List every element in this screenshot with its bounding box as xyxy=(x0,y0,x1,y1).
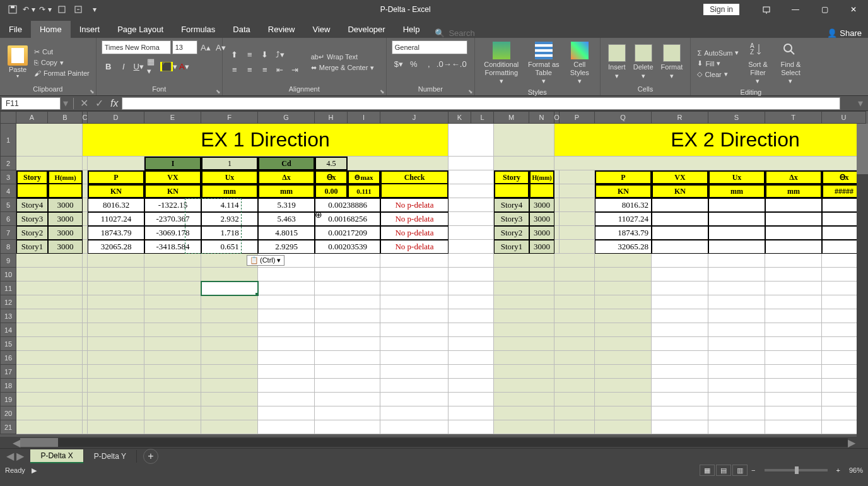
page-break-view-icon[interactable]: ▥ xyxy=(732,465,748,476)
cell[interactable] xyxy=(554,365,595,379)
col-header-T[interactable]: T xyxy=(765,111,822,124)
cell[interactable] xyxy=(554,393,595,406)
cell[interactable]: 0.00238886 xyxy=(315,198,380,212)
cell[interactable] xyxy=(449,393,494,406)
cell[interactable] xyxy=(449,295,494,309)
cell[interactable] xyxy=(380,309,449,323)
cell[interactable] xyxy=(315,268,380,282)
cell[interactable] xyxy=(554,184,560,198)
cell[interactable]: 4.114 xyxy=(201,198,258,212)
cell[interactable]: 1.718 xyxy=(201,226,258,240)
merge-center-button[interactable]: ⬌Merge & Center ▾ xyxy=(310,63,376,73)
tab-insert[interactable]: Insert xyxy=(71,21,109,38)
number-launcher-icon[interactable]: ⬊ xyxy=(468,88,473,95)
normal-view-icon[interactable]: ▦ xyxy=(700,465,715,476)
cell[interactable] xyxy=(201,268,258,282)
row-header-15[interactable]: 15 xyxy=(0,337,16,351)
cell[interactable] xyxy=(494,157,554,170)
cell[interactable] xyxy=(144,351,201,365)
cell[interactable] xyxy=(595,406,652,420)
cell[interactable] xyxy=(595,420,652,434)
cell[interactable] xyxy=(652,240,708,254)
col-header-L[interactable]: L xyxy=(471,111,494,124)
cell[interactable] xyxy=(554,198,560,212)
cell[interactable]: Story xyxy=(16,170,48,184)
cancel-formula-icon[interactable]: ✕ xyxy=(76,97,91,110)
cell[interactable] xyxy=(380,420,449,434)
comma-icon[interactable]: , xyxy=(422,57,436,71)
tab-help[interactable]: Help xyxy=(394,21,429,38)
enter-formula-icon[interactable]: ✓ xyxy=(91,97,107,110)
qat-btn-1[interactable] xyxy=(54,2,69,17)
cell[interactable]: 3000 xyxy=(529,226,554,240)
cell[interactable] xyxy=(449,337,494,351)
cell[interactable] xyxy=(708,212,765,226)
cell[interactable] xyxy=(765,282,822,295)
cell[interactable] xyxy=(83,351,88,365)
cell[interactable] xyxy=(88,282,144,295)
clear-button[interactable]: ◇Clear ▾ xyxy=(696,69,740,79)
tab-data[interactable]: Data xyxy=(224,21,259,38)
cell[interactable]: 11027.24 xyxy=(595,212,652,226)
cell[interactable] xyxy=(144,295,201,309)
cell[interactable] xyxy=(765,393,822,406)
cell[interactable] xyxy=(380,184,449,198)
cell[interactable] xyxy=(449,379,494,393)
cell-styles-button[interactable]: Cell Styles▾ xyxy=(565,40,595,87)
cell[interactable]: 0.00168256 xyxy=(315,212,380,226)
cell[interactable] xyxy=(83,282,88,295)
sheet-tab-pdelta-x[interactable]: P-Delta X xyxy=(30,449,83,463)
cell[interactable] xyxy=(201,406,258,420)
cell[interactable]: 2.9295 xyxy=(258,240,315,254)
font-color-button[interactable]: A▾ xyxy=(177,59,191,73)
row-header-3[interactable]: 3 xyxy=(0,170,16,184)
cell[interactable] xyxy=(595,379,652,393)
cell[interactable] xyxy=(560,170,595,184)
cell[interactable]: 3000 xyxy=(48,226,83,240)
sheet-nav[interactable]: ◀ ▶ xyxy=(0,450,30,462)
increase-decimal-icon[interactable]: .0→ xyxy=(437,57,451,71)
cell[interactable] xyxy=(554,337,595,351)
cell[interactable] xyxy=(708,282,765,295)
align-top-icon[interactable]: ⬆ xyxy=(228,48,242,62)
cell[interactable] xyxy=(83,365,88,379)
fill-color-button[interactable]: ⬛▾ xyxy=(162,59,176,73)
find-select-button[interactable]: Find & Select▾ xyxy=(775,40,806,87)
tab-view[interactable]: View xyxy=(303,21,339,38)
row-header-8[interactable]: 8 xyxy=(0,240,16,254)
cell[interactable] xyxy=(258,295,315,309)
row-header-4[interactable]: 4 xyxy=(0,184,16,198)
cell[interactable] xyxy=(380,323,449,337)
col-header-R[interactable]: R xyxy=(652,111,708,124)
cell[interactable]: Story xyxy=(494,170,529,184)
cell[interactable] xyxy=(380,282,449,295)
maximize-icon[interactable]: ▢ xyxy=(810,0,839,19)
cell[interactable] xyxy=(652,282,708,295)
cell[interactable] xyxy=(449,254,494,268)
row-header-16[interactable]: 16 xyxy=(0,351,16,365)
cell[interactable] xyxy=(652,420,708,434)
cell[interactable] xyxy=(201,379,258,393)
cell[interactable] xyxy=(88,393,144,406)
cell[interactable] xyxy=(380,254,449,268)
vertical-scrollbar[interactable] xyxy=(857,124,868,437)
cell[interactable] xyxy=(449,226,494,240)
cell[interactable]: 5.319 xyxy=(258,198,315,212)
cell[interactable] xyxy=(315,379,380,393)
col-header-H[interactable]: H xyxy=(315,111,348,124)
cell[interactable] xyxy=(554,240,560,254)
zoom-in-icon[interactable]: + xyxy=(836,466,840,474)
cell[interactable] xyxy=(449,309,494,323)
cell[interactable] xyxy=(144,309,201,323)
cell[interactable] xyxy=(16,295,83,309)
cell[interactable]: P xyxy=(595,170,652,184)
cell[interactable] xyxy=(88,337,144,351)
cell[interactable] xyxy=(494,393,554,406)
cell[interactable]: H(mm) xyxy=(48,170,83,184)
cell[interactable] xyxy=(554,295,595,309)
cell[interactable] xyxy=(708,198,765,212)
percent-icon[interactable]: % xyxy=(407,57,421,71)
cell[interactable]: 1 xyxy=(201,157,258,170)
cell[interactable] xyxy=(765,268,822,282)
cell[interactable] xyxy=(560,240,595,254)
